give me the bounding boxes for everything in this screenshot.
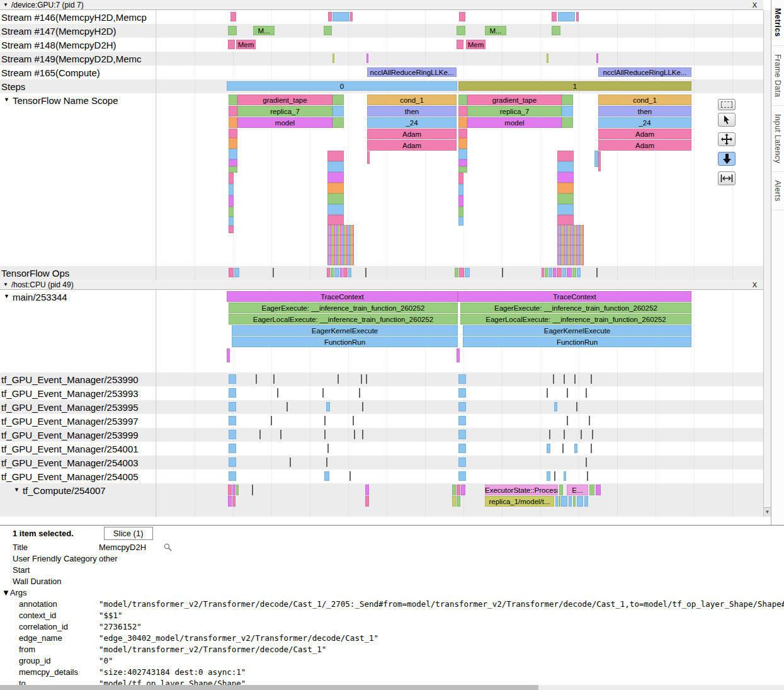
trace-slice[interactable]: ncclAllReduceRingLLKe... <box>598 67 691 77</box>
trace-slice[interactable]: then <box>598 106 691 117</box>
trace-slice[interactable]: EagerLocalExecute: __inference_train_fun… <box>460 314 691 325</box>
trace-slice-fragment[interactable] <box>458 388 466 398</box>
trace-slice-fragment[interactable] <box>328 12 332 21</box>
trace-slice[interactable]: Adam <box>598 129 691 139</box>
trace-slice-fragment[interactable] <box>557 245 584 255</box>
trace-slice-fragment[interactable] <box>574 444 577 453</box>
trace-slice-fragment[interactable] <box>334 268 339 277</box>
trace-slice-fragment[interactable] <box>574 374 576 384</box>
trace-slice-fragment[interactable] <box>567 416 568 425</box>
trace-slice-fragment[interactable] <box>576 402 577 411</box>
trace-slice-fragment[interactable] <box>586 388 587 398</box>
trace-slice[interactable]: replica_7 <box>467 106 562 117</box>
trace-slice-fragment[interactable] <box>564 374 565 384</box>
trace-slice-fragment[interactable] <box>458 471 466 481</box>
trace-slice-fragment[interactable] <box>322 388 324 398</box>
trace-slice-fragment[interactable] <box>354 430 355 439</box>
trace-slice-fragment[interactable] <box>557 225 584 235</box>
trace-slice-fragment[interactable] <box>273 268 274 277</box>
trace-slice[interactable]: EagerExecute: __inference_train_function… <box>229 302 458 313</box>
trace-slice-fragment[interactable] <box>324 471 329 481</box>
trace-slice[interactable]: gradient_tape <box>237 95 332 105</box>
trace-slice-fragment[interactable] <box>229 388 236 398</box>
trace-slice-fragment[interactable] <box>366 54 368 63</box>
trace-slice-fragment[interactable] <box>502 268 503 277</box>
collapse-arrow-icon[interactable]: ▼ <box>4 96 9 103</box>
trace-slice-fragment[interactable] <box>458 166 467 173</box>
vertical-scrollbar[interactable]: ▼ <box>763 10 771 517</box>
tool-timing-button[interactable] <box>718 171 736 185</box>
cpu-process-close-button[interactable]: X <box>753 281 757 289</box>
trace-slice-fragment[interactable] <box>457 40 463 49</box>
trace-slice-fragment[interactable] <box>458 129 467 138</box>
trace-slice-fragment[interactable] <box>569 496 572 507</box>
trace-slice-fragment[interactable] <box>457 26 465 35</box>
trace-slice-fragment[interactable] <box>455 268 458 277</box>
horizontal-scrollbar-thumb[interactable] <box>0 685 538 690</box>
trace-slice-fragment[interactable] <box>557 235 584 245</box>
trace-slice[interactable]: EagerKernelExecute <box>463 325 691 336</box>
trace-slice-fragment[interactable] <box>332 117 344 128</box>
trace-slice[interactable]: FunctionRun <box>232 336 458 347</box>
trace-slice-fragment[interactable] <box>332 106 344 117</box>
trace-slice-fragment[interactable] <box>559 496 560 507</box>
trace-slice-fragment[interactable] <box>229 430 236 439</box>
tool-zoom-button[interactable] <box>718 152 736 166</box>
trace-slice-fragment[interactable] <box>584 496 588 507</box>
trace-slice-fragment[interactable] <box>458 184 463 195</box>
trace-slice[interactable]: EagerKernelExecute <box>232 325 458 336</box>
trace-slice-fragment[interactable] <box>327 225 354 235</box>
trace-slice-fragment[interactable] <box>458 402 466 411</box>
trace-slice-fragment[interactable] <box>567 388 568 398</box>
trace-slice-fragment[interactable] <box>229 402 236 411</box>
trace-slice-fragment[interactable] <box>457 496 460 507</box>
trace-slice[interactable]: then <box>367 106 457 117</box>
sidebar-tab-alerts[interactable]: Alerts <box>771 172 784 210</box>
row-label-stream-149[interactable]: Stream #149(MemcpyD2D,Memc <box>0 52 156 66</box>
trace-slice[interactable]: ncclAllReduceRingLLKe... <box>367 67 457 77</box>
trace-slice-fragment[interactable] <box>554 471 555 481</box>
trace-slice-fragment[interactable] <box>229 159 237 166</box>
trace-slice-fragment[interactable] <box>327 245 354 255</box>
row-label-steps[interactable]: Steps <box>0 79 156 93</box>
trace-slice[interactable]: cond_1 <box>598 95 691 105</box>
trace-slice-fragment[interactable] <box>326 457 327 467</box>
trace-slice-fragment[interactable] <box>459 12 465 21</box>
trace-slice-fragment[interactable] <box>229 195 234 207</box>
trace-slice-fragment[interactable] <box>229 166 237 173</box>
trace-slice-fragment[interactable] <box>561 496 567 507</box>
trace-slice-fragment[interactable] <box>228 485 232 495</box>
trace-slice[interactable]: Mem <box>466 40 486 49</box>
trace-slice[interactable]: replica_1/model/t... <box>485 496 554 507</box>
trace-slice-fragment[interactable] <box>349 471 351 481</box>
trace-slice-fragment[interactable] <box>589 485 594 495</box>
trace-slice-fragment[interactable] <box>259 430 261 439</box>
trace-slice[interactable]: FunctionRun <box>463 336 691 347</box>
trace-slice-fragment[interactable] <box>362 430 363 439</box>
trace-slice-fragment[interactable] <box>555 496 558 507</box>
trace-slice-fragment[interactable] <box>326 402 330 411</box>
trace-slice[interactable]: EagerExecute: __inference_train_function… <box>460 302 691 313</box>
trace-slice-fragment[interactable] <box>234 268 239 277</box>
trace-slice-fragment[interactable] <box>557 215 574 225</box>
trace-slice-fragment[interactable] <box>324 416 326 425</box>
trace-slice-fragment[interactable] <box>229 129 237 138</box>
trace-slice-fragment[interactable] <box>332 12 349 21</box>
row-label-stream-147[interactable]: Stream #147(MemcpyH2D) <box>0 24 156 38</box>
trace-slice-fragment[interactable] <box>592 430 593 439</box>
trace-slice[interactable]: 0 <box>227 81 457 91</box>
trace-slice-fragment[interactable] <box>457 485 460 495</box>
tool-marquee-select-button[interactable] <box>718 99 736 110</box>
trace-slice-fragment[interactable] <box>545 268 548 277</box>
trace-slice-fragment[interactable] <box>332 95 344 105</box>
row-label-tf-gpu-event-manager-254003[interactable]: tf_GPU_Event_Manager/254003 <box>0 456 156 469</box>
trace-slice[interactable]: E... <box>567 485 588 495</box>
trace-slice-fragment[interactable] <box>542 268 544 277</box>
trace-slice-fragment[interactable] <box>557 204 574 215</box>
trace-slice[interactable]: M... <box>485 26 506 35</box>
trace-slice-fragment[interactable] <box>458 207 463 217</box>
row-label-tf-compute-254007[interactable]: ▼tf_Compute/254007 <box>0 483 156 517</box>
trace-slice-fragment[interactable] <box>229 207 234 217</box>
trace-slice-fragment[interactable] <box>562 268 566 277</box>
trace-slice[interactable]: 1 <box>458 81 691 91</box>
